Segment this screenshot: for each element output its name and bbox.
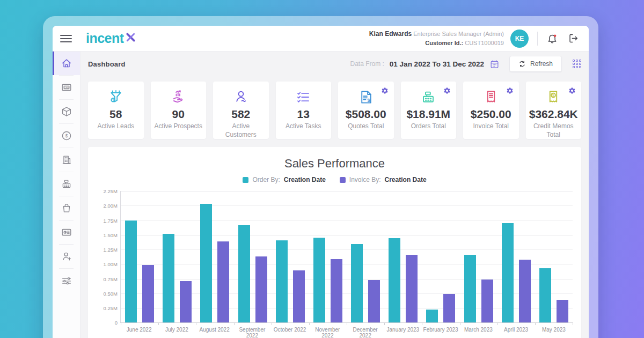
apps-grid-icon[interactable] <box>573 60 581 68</box>
x-axis-tick <box>497 322 498 325</box>
x-axis-tick <box>196 322 196 325</box>
kpi-value: $250.00 <box>471 108 511 121</box>
receipt-icon <box>483 89 499 106</box>
customer-id-label: Customer Id.: <box>425 40 463 46</box>
kpi-value: 90 <box>172 108 185 121</box>
checklist-icon <box>295 89 311 106</box>
kpi-card-active-leads[interactable]: $58Active Leads <box>88 82 144 139</box>
sidebar-nav: CRM$ <box>53 52 80 338</box>
bar-group-october-2022 <box>272 191 309 322</box>
sidebar-item-dollar-coin[interactable]: $ <box>53 124 80 148</box>
calendar-icon[interactable] <box>489 59 500 69</box>
legend-item-invoice-by[interactable]: Invoice By:Creation Date <box>340 176 427 183</box>
main-area: Dashboard Data From : 01 Jan 2022 To 31 … <box>80 52 589 338</box>
chart-legend: Order By:Creation DateInvoice By:Creatio… <box>88 176 581 183</box>
bar <box>368 280 380 322</box>
gear-icon[interactable] <box>443 87 451 94</box>
refresh-label: Refresh <box>530 60 553 68</box>
sidebar-item-shopping-bag[interactable] <box>53 196 80 220</box>
bar <box>426 310 438 322</box>
bar <box>255 256 267 322</box>
logout-icon[interactable] <box>568 33 579 44</box>
y-axis-tick-label: 1.25M <box>93 247 118 253</box>
document-dollar-icon: $ <box>358 89 374 106</box>
kpi-label: Active Tasks <box>282 122 324 131</box>
y-axis-tick-label: 0.50M <box>93 290 118 296</box>
y-axis-tick-label: 2.25M <box>93 188 118 194</box>
x-axis-label: August 2022 <box>196 327 233 338</box>
kpi-label: Active Customers <box>213 122 269 139</box>
gear-icon[interactable] <box>381 87 389 94</box>
bar <box>200 204 212 322</box>
sidebar-item-package[interactable] <box>53 100 80 123</box>
kpi-value: 582 <box>231 108 250 121</box>
menu-hamburger-icon[interactable] <box>60 35 72 42</box>
x-axis-label: October 2022 <box>271 327 309 338</box>
bars-row <box>121 191 573 322</box>
y-axis-tick-label: 2.00M <box>93 203 118 209</box>
bar <box>238 225 250 322</box>
refresh-button[interactable]: Refresh <box>509 56 562 72</box>
kpi-card-active-tasks[interactable]: 13Active Tasks <box>276 82 332 139</box>
package-icon <box>61 106 72 117</box>
x-axis-tick <box>460 322 460 325</box>
bar <box>557 300 568 322</box>
building-icon <box>61 154 72 166</box>
date-range-value[interactable]: 01 Jan 2022 To 31 Dec 2022 <box>390 60 484 68</box>
bar <box>142 265 154 322</box>
x-axis-tick <box>573 322 573 325</box>
x-axis-label: July 2022 <box>158 327 195 338</box>
sidebar-item-cash-register[interactable] <box>53 172 80 196</box>
x-axis-label: December 2022 <box>347 327 384 338</box>
kpi-card-orders-total[interactable]: $18.91MOrders Total <box>401 82 457 139</box>
avatar[interactable]: KE <box>510 30 529 48</box>
incentx-logo[interactable]: incent <box>86 31 136 46</box>
sidebar-item-report-card[interactable] <box>53 221 80 244</box>
y-axis-tick-label: 0.25M <box>93 305 118 311</box>
legend-item-order-by[interactable]: Order By:Creation Date <box>243 176 325 183</box>
logo-x-icon <box>125 32 136 43</box>
x-axis-label: April 2023 <box>497 327 535 338</box>
sidebar-item-person-add[interactable] <box>53 245 80 268</box>
notifications-bell-icon[interactable] <box>546 33 558 45</box>
kpi-label: Active Leads <box>94 122 137 131</box>
svg-text:CRM: CRM <box>64 87 69 89</box>
kpi-label: Active Prospects <box>151 122 206 131</box>
kpi-card-invoice-total[interactable]: $250.00Invoice Total <box>463 82 519 139</box>
kpi-card-credit-memos-total[interactable]: $$362.84KCredit Memos Total <box>526 82 582 139</box>
bar-group-june-2022 <box>121 191 158 322</box>
svg-text:$: $ <box>552 93 554 97</box>
avatar-initials: KE <box>515 35 524 42</box>
bar <box>519 260 531 323</box>
bar <box>163 234 174 323</box>
sliders-icon <box>61 275 72 286</box>
sidebar-item-sliders[interactable] <box>53 269 80 292</box>
kpi-card-active-prospects[interactable]: 90Active Prospects <box>151 82 207 139</box>
bar-group-december-2022 <box>347 191 384 322</box>
x-axis-tick <box>384 322 385 325</box>
bar <box>125 221 137 323</box>
bar-group-september-2022 <box>234 191 272 322</box>
kpi-card-quotes-total[interactable]: $$508.00Quotes Total <box>338 82 394 139</box>
user-info: Kian Edwards Enterprise Sales Manager (A… <box>369 29 504 48</box>
y-axis-tick-label: 1.00M <box>93 261 118 267</box>
gear-icon[interactable] <box>506 87 514 94</box>
x-axis-tick <box>234 322 235 325</box>
logo-text: incent <box>86 31 124 46</box>
svg-text:$: $ <box>367 98 370 103</box>
kpi-label: Orders Total <box>408 122 449 131</box>
bar <box>293 270 305 322</box>
cash-register-icon <box>61 178 72 190</box>
gear-icon[interactable] <box>568 87 576 94</box>
user-role: Enterprise Sales Manager (Admin) <box>413 31 504 37</box>
sidebar-item-crm-card[interactable]: CRM <box>53 76 80 99</box>
sidebar-item-building[interactable] <box>53 148 80 172</box>
chart-area: 2.25M2.00M1.75M1.50M1.25M1.00M0.75M0.50M… <box>120 191 573 338</box>
chart-x-axis-labels: June 2022July 2022August 2022September 2… <box>120 327 573 338</box>
bar <box>464 255 476 322</box>
x-axis-tick <box>272 322 272 325</box>
kpi-value: 13 <box>297 108 310 121</box>
sidebar-item-home[interactable] <box>53 52 80 75</box>
kpi-card-active-customers[interactable]: 582Active Customers <box>213 82 269 139</box>
page-header: Dashboard Data From : 01 Jan 2022 To 31 … <box>80 52 589 76</box>
